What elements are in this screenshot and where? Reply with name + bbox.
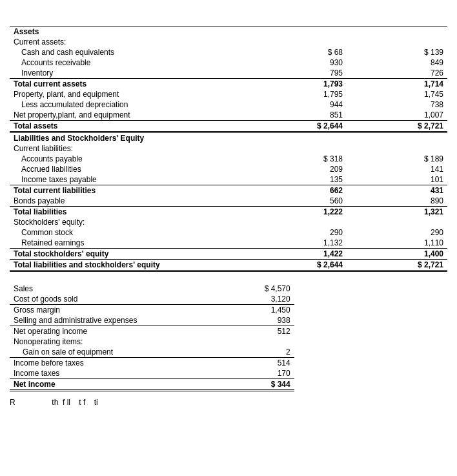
table-row: Total stockholders' equity1,4221,400 (10, 249, 447, 260)
bs-row-beginning: 431 (347, 185, 447, 196)
is-row-value: 2 (194, 347, 294, 358)
income-table: Sales$ 4,570Cost of goods sold3,120Gross… (10, 284, 294, 391)
table-row: Assets (10, 26, 447, 37)
bs-row-ending: $ 2,644 (250, 121, 347, 132)
bs-row-ending (250, 37, 347, 47)
table-row: Sales$ 4,570 (10, 284, 294, 294)
bs-row-label: Bonds payable (10, 196, 250, 207)
bs-row-label: Total assets (10, 121, 250, 132)
bs-row-beginning: 849 (347, 57, 447, 68)
bs-row-ending: 290 (250, 227, 347, 238)
bs-row-beginning: 290 (347, 227, 447, 238)
bs-row-beginning (347, 217, 447, 227)
is-row-label: Selling and administrative expenses (10, 315, 194, 326)
bs-row-beginning: $ 189 (347, 154, 447, 164)
bs-row-label: Retained earnings (10, 238, 250, 249)
is-row-value: 512 (194, 326, 294, 337)
table-row: Nonoperating items: (10, 336, 294, 347)
table-row: Net property,plant, and equipment8511,00… (10, 110, 447, 121)
is-row-label: Gross margin (10, 305, 194, 316)
bs-row-label: Total current liabilities (10, 185, 250, 196)
is-row-value: $ 344 (194, 379, 294, 391)
balance-sheet-table: AssetsCurrent assets:Cash and cash equiv… (10, 14, 447, 272)
table-row: Current assets: (10, 37, 447, 47)
table-row: Income taxes payable135101 (10, 174, 447, 185)
bs-row-label: Liabilities and Stockholders' Equity (10, 132, 250, 144)
is-row-value: $ 4,570 (194, 284, 294, 294)
bs-row-ending: 1,132 (250, 238, 347, 249)
is-row-label: Income taxes (10, 368, 194, 379)
bs-row-label: Income taxes payable (10, 174, 250, 185)
bs-row-label: Accounts receivable (10, 57, 250, 68)
bs-row-beginning: 890 (347, 196, 447, 207)
bottom-text: R th f ll t f ti (10, 398, 447, 407)
table-row: Income before taxes514 (10, 358, 294, 369)
table-row: Accrued liabilities209141 (10, 164, 447, 174)
bs-row-label: Total stockholders' equity (10, 249, 250, 260)
is-row-label: Income before taxes (10, 358, 194, 369)
bs-row-ending: $ 2,644 (250, 260, 347, 271)
balance-sheet-section: AssetsCurrent assets:Cash and cash equiv… (10, 14, 447, 272)
table-row: Selling and administrative expenses938 (10, 315, 294, 326)
is-row-label: Sales (10, 284, 194, 294)
table-row: Stockholders' equity: (10, 217, 447, 227)
bs-row-beginning: 101 (347, 174, 447, 185)
bs-row-label: Current assets: (10, 37, 250, 47)
table-row: Bonds payable560890 (10, 196, 447, 207)
bs-row-ending (250, 26, 347, 37)
bs-row-ending: 560 (250, 196, 347, 207)
bs-row-beginning: 738 (347, 99, 447, 110)
table-row: Cost of goods sold3,120 (10, 294, 294, 305)
table-row: Less accumulated depreciation944738 (10, 99, 447, 110)
is-row-value: 938 (194, 315, 294, 326)
bs-row-label: Accounts payable (10, 154, 250, 164)
bs-row-beginning: $ 139 (347, 47, 447, 57)
table-row: Gain on sale of equipment2 (10, 347, 294, 358)
bs-row-beginning: 1,110 (347, 238, 447, 249)
is-row-value: 3,120 (194, 294, 294, 305)
bs-row-label: Total liabilities and stockholders' equi… (10, 260, 250, 271)
bs-row-beginning: 141 (347, 164, 447, 174)
table-row: Net operating income512 (10, 326, 294, 337)
table-row: Total liabilities and stockholders' equi… (10, 260, 447, 271)
table-row: Inventory795726 (10, 68, 447, 79)
table-row: Total current liabilities662431 (10, 185, 447, 196)
bs-row-ending: 1,422 (250, 249, 347, 260)
bs-row-ending (250, 132, 347, 144)
bs-row-beginning: $ 2,721 (347, 260, 447, 271)
bs-row-beginning: 1,007 (347, 110, 447, 121)
bs-row-ending: 662 (250, 185, 347, 196)
is-row-label: Net operating income (10, 326, 194, 337)
bs-row-ending: $ 318 (250, 154, 347, 164)
is-row-label: Net income (10, 379, 194, 391)
balance-sheet-liabilities-body: Liabilities and Stockholders' EquityCurr… (10, 132, 447, 271)
bs-row-label: Stockholders' equity: (10, 217, 250, 227)
table-row: Net income$ 344 (10, 379, 294, 391)
bs-row-label: Inventory (10, 68, 250, 79)
is-row-label: Cost of goods sold (10, 294, 194, 305)
bs-row-ending: 851 (250, 110, 347, 121)
bs-row-ending: 944 (250, 99, 347, 110)
table-row: Accounts payable$ 318$ 189 (10, 154, 447, 164)
bs-row-label: Common stock (10, 227, 250, 238)
bs-row-label: Total current assets (10, 79, 250, 90)
bs-row-beginning: 1,400 (347, 249, 447, 260)
table-row: Total assets$ 2,644$ 2,721 (10, 121, 447, 132)
table-row: Total liabilities1,2221,321 (10, 207, 447, 218)
is-row-label: Gain on sale of equipment (10, 347, 194, 358)
bs-row-ending: 135 (250, 174, 347, 185)
bs-row-ending (250, 217, 347, 227)
bs-row-label: Cash and cash equivalents (10, 47, 250, 57)
bs-row-ending: 209 (250, 164, 347, 174)
table-row: Total current assets1,7931,714 (10, 79, 447, 90)
table-row: Property, plant, and equipment1,7951,745 (10, 89, 447, 99)
bs-row-beginning (347, 26, 447, 37)
income-statement-body: Sales$ 4,570Cost of goods sold3,120Gross… (10, 284, 294, 391)
table-row: Common stock290290 (10, 227, 447, 238)
bs-row-ending: $ 68 (250, 47, 347, 57)
bs-col-beginning-header (347, 14, 447, 26)
bs-row-beginning: 1,321 (347, 207, 447, 218)
table-row: Retained earnings1,1321,110 (10, 238, 447, 249)
bs-row-beginning: 1,714 (347, 79, 447, 90)
bs-row-ending: 1,795 (250, 89, 347, 99)
